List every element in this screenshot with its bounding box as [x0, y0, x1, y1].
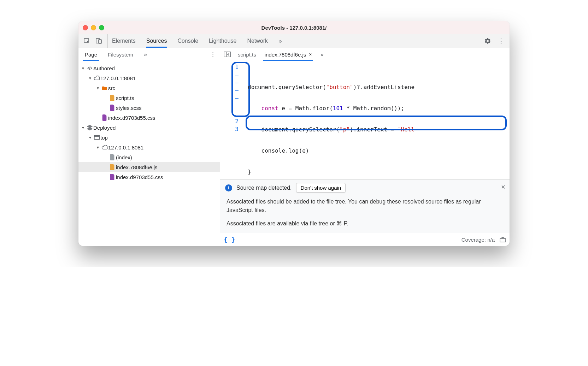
- tree-file-script-ts[interactable]: script.ts: [78, 93, 220, 103]
- tree-label: Authored: [93, 65, 115, 71]
- navigator-tab-page[interactable]: Page: [83, 48, 99, 61]
- chevron-down-icon: ▼: [96, 146, 101, 149]
- file-css-icon: [109, 105, 116, 111]
- editor-tab-script-ts[interactable]: script.ts: [236, 48, 258, 61]
- infobar-title: Source map detected.: [236, 185, 292, 191]
- tree-label: 127.0.0.1:8081: [108, 144, 143, 150]
- infobar-text-1: Associated files should be added to the …: [227, 197, 503, 214]
- tree-file-deployed-js[interactable]: index.7808df6e.js: [78, 162, 220, 172]
- file-css-icon: [109, 174, 116, 180]
- file-tree: ▼ Authored ▼ 127.0.0.1:8081 ▼: [78, 61, 220, 246]
- tree-file-deployed-css[interactable]: index.d9703d55.css: [78, 172, 220, 182]
- close-tab-icon[interactable]: ×: [309, 52, 312, 57]
- tree-label: index.7808df6e.js: [116, 164, 158, 170]
- minimize-window-button[interactable]: [91, 25, 96, 30]
- infobar-text-2: Associated files are available via file …: [227, 219, 503, 228]
- tree-file-authored-css[interactable]: index.d9703d55.css: [78, 113, 220, 123]
- code-content: document.querySelector("button")?.addEve…: [246, 61, 510, 179]
- tree-label: top: [100, 135, 108, 141]
- deployed-icon: [86, 124, 93, 131]
- tab-sources[interactable]: Sources: [146, 34, 167, 48]
- editor-tab-label: index.7808df6e.js: [265, 52, 306, 58]
- file-js-icon: [109, 164, 116, 170]
- inspect-element-icon[interactable]: [83, 37, 90, 45]
- editor-panel: script.ts index.7808df6e.js × » 1 – – – …: [220, 48, 510, 246]
- split-layout: Page Filesystem » ⋮ ▼ Authored ▼: [78, 48, 510, 246]
- tab-console[interactable]: Console: [177, 34, 198, 48]
- editor-statusbar: { } Coverage: n/a: [220, 233, 510, 246]
- window-controls: [83, 25, 104, 30]
- zoom-window-button[interactable]: [99, 25, 104, 30]
- frame-icon: [93, 135, 100, 140]
- editor-tab-strip: script.ts index.7808df6e.js × »: [220, 48, 510, 61]
- settings-gear-icon[interactable]: [484, 37, 491, 45]
- tab-elements[interactable]: Elements: [112, 34, 136, 48]
- titlebar: DevTools - 127.0.0.1:8081/: [78, 21, 510, 34]
- close-infobar-icon[interactable]: ×: [501, 183, 505, 191]
- close-window-button[interactable]: [83, 25, 88, 30]
- tree-file-index[interactable]: (index): [78, 152, 220, 162]
- tree-group-authored[interactable]: ▼ Authored: [78, 63, 220, 73]
- chevron-down-icon: ▼: [81, 66, 86, 70]
- file-js-icon: [109, 95, 116, 101]
- pretty-print-icon[interactable]: { }: [224, 236, 235, 243]
- chevron-down-icon: ▼: [88, 76, 93, 80]
- tree-label: styles.scss: [116, 105, 142, 111]
- folder-icon: [101, 85, 108, 90]
- tree-label: 127.0.0.1:8081: [100, 75, 136, 81]
- window-title: DevTools - 127.0.0.1:8081/: [78, 25, 510, 31]
- kebab-menu-icon[interactable]: ⋮: [498, 37, 505, 45]
- info-icon: i: [225, 184, 232, 191]
- tree-label: src: [108, 85, 115, 91]
- infobar-body: Associated files should be added to the …: [220, 196, 510, 233]
- tab-lighthouse[interactable]: Lighthouse: [209, 34, 236, 48]
- file-icon: [109, 154, 116, 160]
- tab-network[interactable]: Network: [247, 34, 268, 48]
- navigator-panel: Page Filesystem » ⋮ ▼ Authored ▼: [78, 48, 220, 246]
- tree-group-deployed[interactable]: ▼ Deployed: [78, 123, 220, 132]
- svg-rect-7: [500, 238, 506, 242]
- chevron-down-icon: ▼: [96, 86, 101, 90]
- code-editor[interactable]: 1 – – – – 2 3 document.querySelector("bu…: [220, 61, 510, 179]
- tree-label: index.d9703d55.css: [108, 115, 155, 121]
- svg-rect-2: [99, 40, 101, 43]
- coverage-label: Coverage: n/a: [461, 237, 495, 243]
- file-css-icon: [101, 114, 108, 121]
- tree-host-deployed[interactable]: ▼ 127.0.0.1:8081: [78, 142, 220, 152]
- device-toggle-icon[interactable]: [95, 37, 102, 45]
- tabs-overflow-icon[interactable]: »: [278, 34, 282, 48]
- editor-tab-label: script.ts: [238, 52, 256, 58]
- tree-file-styles-scss[interactable]: styles.scss: [78, 103, 220, 113]
- editor-tabs-overflow-icon[interactable]: »: [319, 48, 325, 61]
- chevron-down-icon: ▼: [81, 126, 86, 130]
- tree-label: index.d9703d55.css: [116, 174, 163, 180]
- cloud-icon: [101, 145, 108, 150]
- tree-host-authored[interactable]: ▼ 127.0.0.1:8081: [78, 73, 220, 83]
- navigator-tab-filesystem[interactable]: Filesystem: [106, 48, 135, 61]
- code-icon: [86, 65, 93, 71]
- show-console-drawer-icon[interactable]: [500, 237, 506, 242]
- line-gutter: 1 – – – – 2 3: [220, 61, 246, 179]
- svg-rect-3: [94, 135, 99, 139]
- navigator-more-icon[interactable]: ⋮: [207, 51, 218, 58]
- editor-tab-index-js[interactable]: index.7808df6e.js ×: [263, 48, 313, 61]
- tree-folder-src[interactable]: ▼ src: [78, 83, 220, 93]
- show-navigator-icon[interactable]: [224, 51, 231, 58]
- tree-label: Deployed: [93, 125, 116, 131]
- devtools-window: DevTools - 127.0.0.1:8081/ Elements Sour…: [78, 21, 510, 246]
- chevron-down-icon: ▼: [88, 136, 93, 140]
- cloud-icon: [93, 76, 100, 81]
- main-tab-strip: Elements Sources Console Lighthouse Netw…: [78, 34, 510, 48]
- source-map-infobar: i Source map detected. Don't show again …: [220, 179, 510, 196]
- tree-frame-top[interactable]: ▼ top: [78, 132, 220, 142]
- navigator-tabs: Page Filesystem » ⋮: [78, 48, 220, 61]
- tree-label: script.ts: [116, 95, 134, 101]
- navigator-tabs-overflow-icon[interactable]: »: [142, 48, 149, 61]
- dont-show-again-button[interactable]: Don't show again: [296, 183, 346, 193]
- tree-label: (index): [116, 154, 132, 160]
